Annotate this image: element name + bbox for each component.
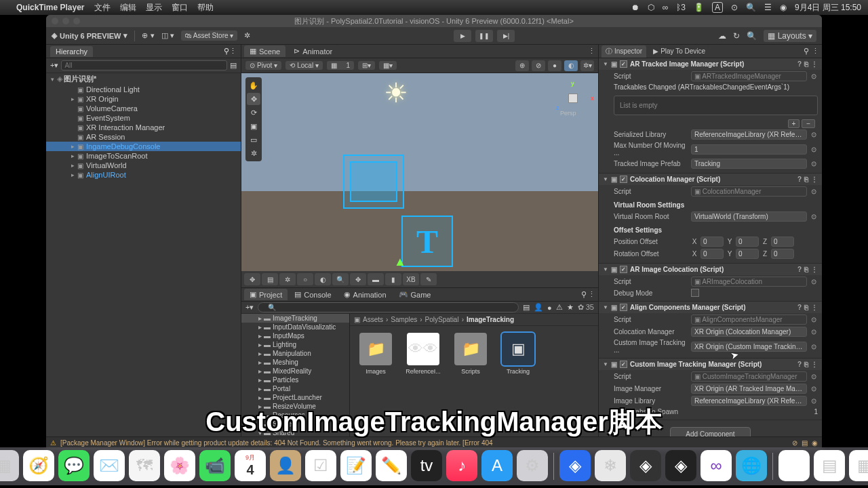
property-row[interactable]: Trackables Changed (ARTrackablesChangedE…	[614, 83, 818, 91]
project-asset[interactable]: ▣Tracking	[499, 333, 537, 375]
component-header[interactable]: ▼▣✓Custom Image Tracking Manager (Script…	[599, 359, 822, 370]
dock-vs-icon[interactable]: ∞	[701, 450, 732, 481]
hierarchy-item[interactable]: ▣Directional Light	[46, 85, 241, 94]
component-menu-icon[interactable]: ⋮	[811, 361, 818, 368]
property-row[interactable]: Colocation ManagerXR Origin (Colocation …	[614, 327, 818, 337]
bluetooth-icon[interactable]: ᛒ3	[676, 3, 686, 12]
dock-contacts-icon[interactable]: 👤	[270, 450, 301, 481]
dock-messages-icon[interactable]: 💬	[58, 450, 90, 481]
dock-unityhub-icon[interactable]: ◈	[665, 450, 696, 481]
help-icon[interactable]: ?	[797, 266, 802, 273]
history-icon[interactable]: ↻	[733, 31, 740, 41]
hierarchy-add-icon[interactable]: +▾	[50, 61, 58, 70]
menu-window[interactable]: 窗口	[172, 2, 188, 14]
project-tree-item[interactable]: ▸▬ProjectLauncher	[241, 393, 349, 402]
component-menu-icon[interactable]: ⋮	[811, 266, 818, 273]
property-row[interactable]: Tracked Image PrefabTracking⊙	[614, 159, 818, 169]
hierarchy-search-input[interactable]	[61, 60, 227, 70]
pause-button[interactable]: ❚❚	[475, 30, 493, 42]
dock-settings-icon[interactable]: ⚙	[517, 450, 548, 481]
animator-tab[interactable]: ⊳ Animator	[288, 45, 338, 57]
dock-mail-icon[interactable]: ✉️	[94, 450, 125, 481]
preset-icon[interactable]: ⎘	[804, 266, 808, 273]
ov-1[interactable]: ✥	[244, 273, 260, 285]
scale-tool-icon[interactable]: ▣	[247, 120, 260, 132]
property-row[interactable]: Script▣ ARImageColocation⊙	[614, 277, 818, 287]
cloud-sync-icon[interactable]: ☁	[718, 31, 726, 41]
ov-5[interactable]: ◐	[315, 273, 331, 285]
inspector-tab[interactable]: ⓘ Inspector	[601, 45, 646, 58]
project-tab[interactable]: ▣ Project	[244, 289, 288, 300]
spotlight-icon[interactable]: 🔍	[746, 3, 756, 12]
project-asset[interactable]: 📁Scripts	[452, 333, 490, 375]
traffic-close[interactable]	[52, 18, 58, 24]
dock-calendar-icon[interactable]: 9月4	[235, 450, 266, 481]
dock-maps-icon[interactable]: 🗺	[129, 450, 160, 481]
dock-doc-2-icon[interactable]: ▤	[814, 450, 845, 481]
vector-row[interactable]: Position OffsetX0Y0Z0	[614, 237, 818, 247]
battery-icon[interactable]: 🔋	[694, 3, 704, 12]
animation-tab[interactable]: ◉ Animation	[338, 289, 392, 300]
scene-object-tracking[interactable]: T	[401, 216, 453, 267]
menu-file[interactable]: 文件	[94, 2, 111, 14]
step-button[interactable]: ▶|	[497, 30, 515, 42]
project-menu-icon[interactable]: ⋮	[588, 290, 595, 299]
dock-photos-icon[interactable]: 🌸	[164, 450, 195, 481]
add-component-button[interactable]: Add Component	[670, 427, 750, 436]
component-header[interactable]: ▼▣✓Colocation Manager (Script)?⎘⋮	[599, 174, 822, 185]
list-add-icon[interactable]: +	[788, 119, 800, 128]
proj-filter-4[interactable]: ⚠	[556, 303, 563, 312]
property-row[interactable]: Debug Mode	[614, 289, 818, 297]
play-button[interactable]: ▶	[454, 30, 471, 42]
component-header[interactable]: ▼▣✓AR Tracked Image Manager (Script)?⎘⋮	[599, 58, 822, 70]
preset-icon[interactable]: ⎘	[804, 60, 808, 68]
wifi-icon[interactable]: ⊙	[731, 3, 738, 12]
project-tree-item[interactable]: ▸▬Meshing	[241, 358, 349, 367]
help-icon[interactable]: ?	[797, 176, 802, 183]
snap-icon[interactable]: ⊞▾	[358, 61, 375, 70]
hierarchy-item[interactable]: ▣AR Session	[46, 132, 241, 142]
dock-launchpad-icon[interactable]: ▦	[0, 450, 19, 481]
proj-filter-5[interactable]: ★	[567, 303, 574, 312]
project-tree-item[interactable]: ▸▬InputDataVisualizatic	[241, 323, 349, 331]
property-row[interactable]: Virtual Room RootVirtualWorld (Transform…	[614, 211, 818, 222]
ov-6[interactable]: 🔍	[332, 273, 349, 285]
proj-filter-1[interactable]: ▤	[523, 303, 530, 312]
clock[interactable]: 9月4日 周三 15:50	[795, 2, 861, 14]
scene-tab[interactable]: ▦ Scene	[244, 45, 285, 57]
help-icon[interactable]: ?	[797, 304, 802, 311]
rotate-tool-icon[interactable]: ⟳	[247, 106, 260, 119]
ov-8[interactable]: ▬	[368, 273, 384, 285]
dock-safari-icon[interactable]: 🧭	[23, 450, 54, 481]
cloud-icon[interactable]: ⊕ ▾	[142, 31, 154, 40]
traffic-max[interactable]	[73, 18, 80, 24]
proj-filter-3[interactable]: ●	[547, 304, 552, 312]
project-add-icon[interactable]: +▾	[245, 303, 254, 312]
status-icon-2[interactable]: ∞	[663, 3, 669, 12]
unity-logo[interactable]: ◈ Unity 6 PREVIEW ▾	[52, 31, 127, 40]
ov-4[interactable]: ○	[297, 273, 313, 285]
ov-10[interactable]: ✎	[420, 273, 437, 285]
property-row[interactable]: Script▣ AlignComponentsManager⊙	[614, 314, 818, 325]
orientation-gizmo[interactable]: y x z Persp	[556, 81, 590, 115]
project-tree-item[interactable]: ▸▬Manipulation	[241, 349, 349, 358]
ov-2[interactable]: ▤	[262, 273, 278, 285]
pivot-toggle[interactable]: ⊙ Pivot▾	[245, 61, 281, 70]
project-tree-item[interactable]: ▸▬Lighting	[241, 340, 349, 349]
scene-object-panel[interactable]	[343, 155, 404, 209]
component-menu-icon[interactable]: ⋮	[811, 60, 818, 68]
play-to-device-tab[interactable]: ▶ Play To Device	[649, 46, 709, 56]
layouts-dropdown[interactable]: ▦ Layouts ▾	[764, 30, 816, 42]
control-center-icon[interactable]: ☰	[764, 3, 772, 12]
dock-unity-icon[interactable]: ◈	[630, 450, 661, 481]
hierarchy-item[interactable]: ▣VolumeCamera	[46, 104, 241, 113]
preset-icon[interactable]: ⎘	[804, 361, 808, 368]
property-row[interactable]: Script▣ ColocationManager⊙	[614, 186, 818, 197]
dock-doc-3-icon[interactable]: ▦	[849, 450, 868, 481]
component-header[interactable]: ▼▣✓AR Image Colocation (Script)?⎘⋮	[599, 264, 822, 275]
component-menu-icon[interactable]: ⋮	[811, 176, 818, 183]
ov-3[interactable]: ✲	[279, 273, 296, 285]
property-row[interactable]: Custom Image Tracking ...XR Origin (Cust…	[614, 339, 818, 354]
ov-7[interactable]: ✥	[350, 273, 366, 285]
hierarchy-item[interactable]: ▸▣VirtualWorld	[46, 161, 241, 170]
